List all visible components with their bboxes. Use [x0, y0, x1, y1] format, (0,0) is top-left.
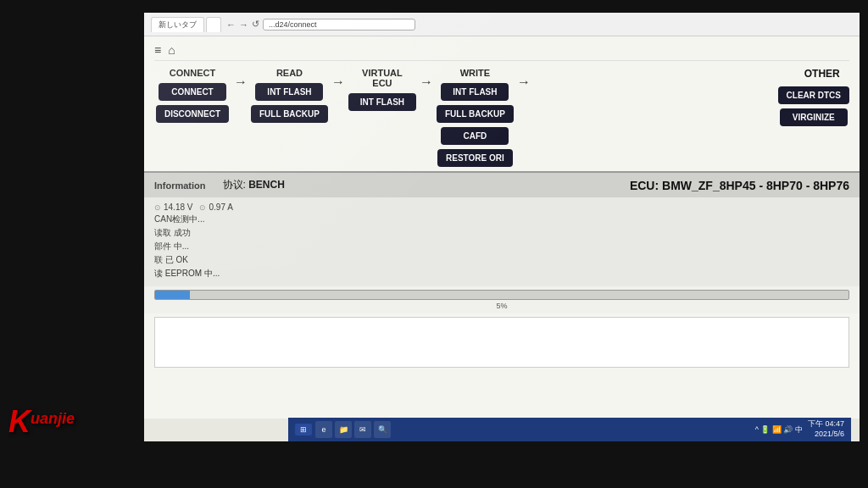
browser-tabs: 新しいタブ	[151, 17, 221, 32]
start-button[interactable]: ⊞	[295, 424, 312, 435]
refresh-btn[interactable]: ↺	[252, 19, 259, 30]
arrow-3: →	[420, 68, 433, 90]
taskbar-icon-mail[interactable]: ✉	[354, 421, 371, 438]
other-section: OTHER CLEAR DTCS VIRGINIZE	[778, 68, 849, 130]
connect-header: CONNECT	[170, 68, 215, 78]
url-bar[interactable]: ...d24/connect	[263, 19, 415, 30]
ecu-value: BMW_ZF_8HP45 - 8HP70 - 8HP76	[662, 179, 849, 192]
browser-chrome: 新しいタブ ← → ↺ ...d24/connect	[144, 13, 860, 36]
status-line1: CAN检测中...	[154, 214, 849, 225]
logo-k: K	[8, 404, 31, 439]
read-column: READ INT FLASH FULL BACKUP	[251, 68, 328, 127]
taskbar: ⊞ e 📁 ✉ 🔍 ^ 🔋 📶 🔊 中 下午 04:47 2021/5/6	[288, 418, 851, 441]
log-section	[154, 317, 849, 368]
status-line2: 读取 成功	[154, 227, 849, 239]
protocol-label: 协议:	[223, 179, 246, 191]
current-indicator: ⊙ 0.97 A	[199, 202, 232, 212]
voltage-indicator: ⊙ 14.18 V	[154, 202, 192, 212]
taskbar-right: ^ 🔋 📶 🔊 中 下午 04:47 2021/5/6	[755, 419, 844, 439]
taskbar-time: 下午 04:47 2021/5/6	[808, 419, 844, 439]
info-bar: Information 协议: BENCH ECU: BMW_ZF_8HP45 …	[144, 171, 860, 197]
read-int-flash-button[interactable]: INT FLASH	[255, 83, 323, 101]
write-cafd-button[interactable]: CAFD	[441, 127, 509, 145]
progress-section: 5%	[144, 286, 860, 313]
taskbar-icon-search[interactable]: 🔍	[374, 421, 391, 438]
status-text-5: 读 EEPROM 中...	[154, 268, 220, 280]
voltage-value: 14.18 V	[164, 202, 192, 212]
connect-button[interactable]: CONNECT	[159, 83, 226, 101]
clear-dtcs-button[interactable]: CLEAR DTCS	[778, 86, 849, 104]
clock-date: 2021/5/6	[808, 430, 844, 440]
clock-time: 下午 04:47	[808, 419, 844, 430]
connect-column: CONNECT CONNECT DISCONNECT	[154, 68, 231, 127]
arrow-4: →	[517, 68, 531, 90]
status-text-2: 读取 成功	[154, 227, 191, 239]
browser-tab-1[interactable]: 新しいタブ	[151, 17, 204, 32]
top-nav: ≡ ⌂	[154, 43, 849, 61]
info-protocol: 协议: BENCH	[223, 178, 285, 192]
status-section: ⊙ 14.18 V ⊙ 0.97 A CAN检测中... 读取 成功 部件 中.…	[144, 197, 860, 286]
virtual-column: VIRTUAL ECU INT FLASH	[348, 68, 416, 115]
status-line4: 联 已 OK	[154, 254, 849, 266]
status-line3: 部件 中...	[154, 241, 849, 252]
browser-nav: ← → ↺ ...d24/connect	[226, 19, 415, 30]
taskbar-icon-ie[interactable]: e	[315, 421, 332, 438]
protocol-value: BENCH	[248, 179, 285, 191]
ecu-label: ECU:	[630, 179, 659, 192]
arrow-1: →	[234, 68, 248, 90]
info-label: Information	[154, 180, 206, 191]
taskbar-icons: e 📁 ✉ 🔍	[315, 421, 391, 438]
browser-tab-2[interactable]	[206, 17, 221, 32]
virginize-button[interactable]: VIRGINIZE	[780, 108, 848, 126]
read-header: READ	[276, 68, 303, 78]
progress-label: 5%	[154, 302, 849, 310]
app-content: ≡ ⌂ CONNECT CONNECT DISCONNECT → READ IN…	[144, 36, 860, 419]
logo-uanjie: uanjie	[31, 410, 75, 427]
virtual-int-flash-button[interactable]: INT FLASH	[348, 93, 416, 111]
kuanjie-logo: Kuanjie	[8, 407, 75, 437]
taskbar-tray-icons: ^ 🔋 📶 🔊 中	[755, 424, 803, 435]
write-column: WRITE INT FLASH FULL BACKUP CAFD RESTORE…	[437, 68, 514, 171]
home-icon[interactable]: ⌂	[168, 43, 175, 57]
read-full-backup-button[interactable]: FULL BACKUP	[251, 105, 328, 123]
virtual-header: VIRTUAL ECU	[362, 68, 403, 88]
status-voltage-row: ⊙ 14.18 V ⊙ 0.97 A	[154, 202, 849, 212]
voltage-icon: ⊙	[154, 203, 161, 212]
forward-btn[interactable]: →	[239, 19, 248, 30]
status-text-4: 联 已 OK	[154, 254, 188, 266]
status-text-1: CAN检测中...	[154, 214, 204, 225]
screen: 新しいタブ ← → ↺ ...d24/connect ≡ ⌂ CONNECT C…	[144, 13, 860, 441]
arrow-2: →	[331, 68, 345, 90]
status-text-3: 部件 中...	[154, 241, 189, 252]
disconnect-button[interactable]: DISCONNECT	[156, 105, 229, 123]
write-restore-ori-button[interactable]: RESTORE ORI	[437, 149, 513, 167]
write-header: WRITE	[460, 68, 490, 78]
progress-bar-inner	[155, 291, 190, 299]
workflow-wrapper: CONNECT CONNECT DISCONNECT → READ INT FL…	[154, 68, 849, 171]
other-header: OTHER	[804, 68, 840, 80]
back-btn[interactable]: ←	[226, 19, 236, 30]
current-value: 0.97 A	[209, 202, 232, 212]
hamburger-icon[interactable]: ≡	[154, 43, 161, 57]
taskbar-icon-folder[interactable]: 📁	[335, 421, 352, 438]
write-full-backup-button[interactable]: FULL BACKUP	[437, 105, 514, 123]
info-ecu: ECU: BMW_ZF_8HP45 - 8HP70 - 8HP76	[630, 179, 849, 192]
current-icon: ⊙	[199, 203, 206, 212]
write-int-flash-button[interactable]: INT FLASH	[441, 83, 509, 101]
status-line5: 读 EEPROM 中...	[154, 268, 849, 280]
progress-bar-outer	[154, 290, 849, 300]
